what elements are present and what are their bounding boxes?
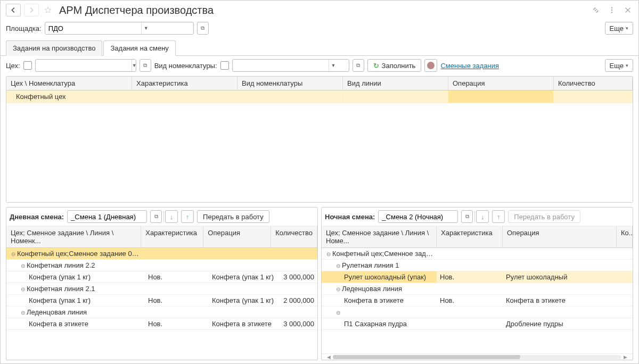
table-row[interactable]: Рулет шоколадный (упак)Нов.Рулет шоколад… xyxy=(322,271,633,283)
main-table-body[interactable]: Конфетный цех xyxy=(6,90,633,202)
day-shift-panel: Дневная смена: ▼ ⧉ ↓ ↑ Передать в работу… xyxy=(6,207,318,360)
expander-icon[interactable]: ⊖ xyxy=(334,310,342,316)
day-table[interactable]: Цех; Сменное задание \ Линия \ Номенк...… xyxy=(6,226,317,360)
night-submit-button[interactable]: Передать в работу xyxy=(508,210,580,223)
more-button-top[interactable]: Еще▾ xyxy=(605,22,633,35)
table-row[interactable]: ⊖Леденцовая линия xyxy=(6,307,317,318)
fill-button[interactable]: ↻ Заполнить xyxy=(367,59,422,72)
page-title: АРМ Диспетчера производства xyxy=(59,4,587,16)
close-icon[interactable] xyxy=(622,5,633,15)
workshop-open-button[interactable]: ⧉ xyxy=(140,59,151,72)
expander-icon[interactable]: ⊖ xyxy=(10,251,17,257)
day-col-nom[interactable]: Цех; Сменное задание \ Линия \ Номенк... xyxy=(6,226,141,247)
col-quantity[interactable]: Количество xyxy=(554,77,633,90)
tab-shift-tasks[interactable]: Задания на смену xyxy=(103,40,175,56)
link-icon[interactable] xyxy=(591,5,601,15)
table-row[interactable]: ⊖Конфетный цех;Сменное задание … xyxy=(322,248,633,260)
nomtype-select[interactable]: ▼ xyxy=(232,59,349,72)
day-col-char[interactable]: Характеристика xyxy=(141,226,203,247)
table-row[interactable]: ⊖Конфетный цех;Сменное задание 00… xyxy=(6,248,317,260)
table-row[interactable]: ⊖ xyxy=(322,307,633,318)
back-button[interactable] xyxy=(6,4,21,16)
workshop-select[interactable]: ▼ xyxy=(35,59,136,72)
table-row[interactable]: Конфета в этикетеНов.Конфета в этикете3 … xyxy=(6,318,317,330)
move-up-button[interactable]: ↑ xyxy=(492,210,505,223)
col-linetype[interactable]: Вид линии xyxy=(343,77,448,90)
workshop-label: Цех: xyxy=(6,62,20,70)
nomtype-checkbox[interactable] xyxy=(220,61,229,70)
move-down-button[interactable]: ↓ xyxy=(476,210,489,223)
night-shift-label: Ночная смена: xyxy=(325,213,375,221)
table-row[interactable]: П1 Сахарная пудраДробление пудры xyxy=(322,318,633,330)
favorite-star-icon[interactable] xyxy=(42,4,54,16)
night-shift-select[interactable]: ▼ xyxy=(378,210,458,223)
tab-production-tasks[interactable]: Задания на производство xyxy=(6,40,102,56)
svg-point-1 xyxy=(611,10,612,11)
day-shift-open-button[interactable]: ⧉ xyxy=(150,210,162,223)
day-shift-select[interactable]: ▼ xyxy=(67,210,147,223)
night-col-qty[interactable]: Ко... xyxy=(617,226,633,247)
expander-icon[interactable]: ⊖ xyxy=(19,263,27,269)
day-submit-button[interactable]: Передать в работу xyxy=(197,210,269,223)
stop-icon xyxy=(427,62,435,69)
expander-icon[interactable]: ⊖ xyxy=(334,263,342,269)
nomtype-open-button[interactable]: ⧉ xyxy=(353,59,364,72)
workshop-checkbox[interactable] xyxy=(23,61,32,70)
day-col-qty[interactable]: Количество xyxy=(271,226,317,247)
day-col-op[interactable]: Операция xyxy=(203,226,271,247)
night-col-op[interactable]: Операция xyxy=(503,226,617,247)
site-open-button[interactable]: ⧉ xyxy=(197,22,209,35)
night-col-char[interactable]: Характеристика xyxy=(437,226,503,247)
night-table[interactable]: Цех; Сменное задание \ Линия \ Номе... Х… xyxy=(322,226,633,353)
more-button-filter[interactable]: Еще▾ xyxy=(605,59,633,72)
stop-button[interactable] xyxy=(424,59,437,72)
site-select[interactable]: ▼ xyxy=(45,22,194,35)
expander-icon[interactable]: ⊖ xyxy=(19,310,27,316)
table-row[interactable]: Конфета в этикетеНов.Конфета в этикете xyxy=(322,295,633,307)
workshop-input[interactable] xyxy=(36,60,132,71)
expander-icon[interactable]: ⊖ xyxy=(334,286,342,292)
chevron-down-icon[interactable]: ▼ xyxy=(141,22,151,34)
refresh-icon: ↻ xyxy=(373,62,379,70)
shift-tasks-link[interactable]: Сменные задания xyxy=(440,62,499,70)
expander-icon[interactable]: ⊖ xyxy=(325,251,332,257)
expander-icon[interactable]: ⊖ xyxy=(19,286,27,292)
table-row[interactable]: Конфетный цех xyxy=(6,90,633,103)
col-nomenclature[interactable]: Цех \ Номенклатура xyxy=(6,77,132,90)
svg-point-0 xyxy=(611,7,612,8)
day-shift-label: Дневная смена: xyxy=(10,213,64,221)
site-input[interactable] xyxy=(45,22,141,34)
table-row[interactable]: ⊖Леденцовая линия xyxy=(322,283,633,295)
horizontal-scrollbar[interactable]: ◀ ▶ xyxy=(322,353,633,360)
table-row[interactable]: ⊖Конфетная линия 2.2 xyxy=(6,260,317,271)
night-shift-open-button[interactable]: ⧉ xyxy=(461,210,473,223)
site-label: Площадка: xyxy=(6,24,42,32)
table-row[interactable]: Конфета (упак 1 кг)Нов.Конфета (упак 1 к… xyxy=(6,271,317,283)
nomtype-input[interactable] xyxy=(233,60,329,71)
table-row[interactable]: Конфета (упак 1 кг)Нов.Конфета (упак 1 к… xyxy=(6,295,317,307)
col-nomtype[interactable]: Вид номенклатуры xyxy=(237,77,343,90)
day-shift-input[interactable] xyxy=(68,211,163,222)
night-shift-input[interactable] xyxy=(379,211,474,222)
svg-point-2 xyxy=(611,12,612,13)
table-row[interactable]: ⊖Конфетная линия 2.1 xyxy=(6,283,317,295)
nomtype-label: Вид номенклатуры: xyxy=(154,62,217,70)
chevron-down-icon[interactable]: ▼ xyxy=(132,60,137,71)
night-shift-panel: Ночная смена: ▼ ⧉ ↓ ↑ Передать в работу … xyxy=(321,207,633,360)
move-down-button[interactable]: ↓ xyxy=(165,210,178,223)
move-up-button[interactable]: ↑ xyxy=(181,210,194,223)
chevron-down-icon[interactable]: ▼ xyxy=(329,60,338,71)
col-operation[interactable]: Операция xyxy=(448,77,554,90)
kebab-menu-icon[interactable] xyxy=(607,5,617,15)
forward-button[interactable] xyxy=(24,4,39,16)
main-table: Цех \ Номенклатура Характеристика Вид но… xyxy=(6,76,633,203)
table-row[interactable]: ⊖Рулетная линия 1 xyxy=(322,260,633,271)
col-characteristic[interactable]: Характеристика xyxy=(132,77,237,90)
night-col-nom[interactable]: Цех; Сменное задание \ Линия \ Номе... xyxy=(322,226,437,247)
